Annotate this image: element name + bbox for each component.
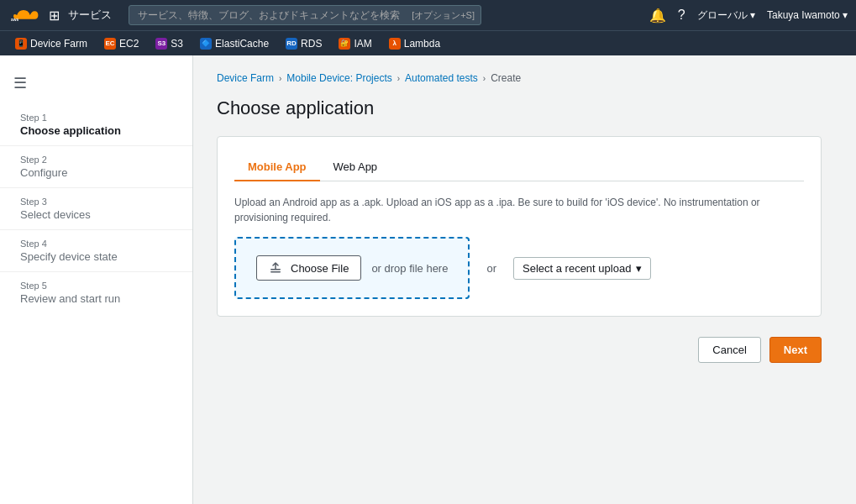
recent-upload-chevron-icon: ▾ (636, 262, 642, 275)
tab-web-app[interactable]: Web App (320, 154, 391, 181)
service-elasticache[interactable]: 🔷 ElastiCache (193, 36, 276, 51)
step3-title: Select devices (20, 208, 179, 221)
service-iam[interactable]: 🔐 IAM (332, 36, 378, 51)
service-rds[interactable]: RD RDS (279, 36, 328, 51)
step2-title: Configure (20, 166, 179, 179)
top-navigation: aws ⊞ サービス [オプション+S] 🔔 ? グローバル ▾ Takuya … (0, 0, 856, 30)
breadcrumb-sep-1: › (279, 74, 281, 83)
sidebar-steps: Step 1 Choose application Step 2 Configu… (0, 104, 192, 313)
search-bar[interactable]: [オプション+S] (129, 5, 481, 25)
step3-label: Step 3 (20, 197, 179, 207)
recent-upload-label: Select a recent upload (523, 262, 631, 275)
upload-info-text: Upload an Android app as a .apk. Upload … (234, 195, 804, 225)
breadcrumb-projects[interactable]: Mobile Device: Projects (286, 72, 391, 84)
services-menu[interactable]: サービス (68, 8, 112, 23)
upload-card: Mobile App Web App Upload an Android app… (217, 136, 822, 317)
user-menu[interactable]: Takuya Iwamoto ▾ (767, 9, 848, 21)
sidebar-step-1[interactable]: Step 1 Choose application (0, 104, 192, 146)
app-type-tabs: Mobile App Web App (234, 154, 804, 181)
breadcrumb-device-farm[interactable]: Device Farm (217, 72, 274, 84)
rds-icon: RD (286, 38, 297, 50)
lambda-icon: λ (389, 38, 401, 50)
service-lambda[interactable]: λ Lambda (382, 36, 447, 51)
breadcrumb-automated-tests[interactable]: Automated tests (405, 72, 478, 84)
sidebar: ☰ Step 1 Choose application Step 2 Confi… (0, 55, 193, 504)
recent-upload-dropdown[interactable]: Select a recent upload ▾ (513, 257, 651, 280)
sidebar-step-3[interactable]: Step 3 Select devices (0, 188, 192, 230)
upload-icon (269, 261, 282, 275)
service-device-farm[interactable]: 📱 Device Farm (8, 36, 94, 51)
step4-title: Specify device state (20, 250, 179, 263)
choose-file-button[interactable]: Choose File (256, 255, 361, 281)
breadcrumb: Device Farm › Mobile Device: Projects › … (217, 72, 832, 84)
step1-label: Step 1 (20, 113, 179, 123)
sidebar-menu-icon[interactable]: ☰ (0, 69, 192, 97)
step1-title: Choose application (20, 124, 179, 137)
sidebar-step-5[interactable]: Step 5 Review and start run (0, 272, 192, 313)
region-selector[interactable]: グローバル ▾ (697, 8, 755, 23)
device-farm-icon: 📱 (15, 38, 27, 50)
step5-title: Review and start run (20, 292, 179, 305)
svg-rect-3 (270, 271, 281, 273)
page-title: Choose application (217, 97, 832, 119)
breadcrumb-current: Create (491, 72, 521, 84)
service-ec2[interactable]: EC EC2 (97, 36, 145, 51)
sidebar-step-4[interactable]: Step 4 Specify device state (0, 230, 192, 272)
or-separator: or (486, 262, 496, 275)
notifications-icon[interactable]: 🔔 (649, 8, 666, 24)
ec2-icon: EC (104, 38, 116, 50)
nav-right-actions: 🔔 ? グローバル ▾ Takuya Iwamoto ▾ (649, 8, 848, 24)
choose-file-label: Choose File (291, 262, 349, 275)
next-button[interactable]: Next (769, 337, 822, 363)
step2-label: Step 2 (20, 155, 179, 165)
cancel-button[interactable]: Cancel (698, 337, 760, 363)
elasticache-icon: 🔷 (200, 38, 212, 50)
sidebar-step-2[interactable]: Step 2 Configure (0, 146, 192, 188)
main-content: Device Farm › Mobile Device: Projects › … (193, 55, 856, 504)
help-icon[interactable]: ? (678, 8, 685, 23)
action-bar: Cancel Next (217, 337, 822, 363)
iam-icon: 🔐 (339, 38, 350, 50)
service-bar: 📱 Device Farm EC EC2 S3 S3 🔷 ElastiCache… (0, 30, 856, 55)
step5-label: Step 5 (20, 281, 179, 291)
upload-row: Choose File or drop file here or Select … (234, 237, 804, 299)
service-s3[interactable]: S3 S3 (149, 36, 190, 51)
breadcrumb-sep-3: › (483, 74, 486, 83)
search-shortcut: [オプション+S] (412, 9, 475, 22)
rds-label: RDS (301, 38, 322, 50)
drop-zone[interactable]: Choose File or drop file here (234, 237, 470, 299)
iam-label: IAM (354, 38, 371, 50)
svg-text:aws: aws (11, 18, 18, 22)
s3-label: S3 (171, 38, 183, 50)
elasticache-label: ElastiCache (215, 38, 269, 50)
tab-mobile-app[interactable]: Mobile App (234, 154, 320, 181)
drop-file-text: or drop file here (371, 262, 448, 275)
device-farm-label: Device Farm (30, 38, 87, 50)
main-layout: ☰ Step 1 Choose application Step 2 Confi… (0, 55, 856, 504)
step4-label: Step 4 (20, 239, 179, 249)
lambda-label: Lambda (404, 38, 440, 50)
ec2-label: EC2 (119, 38, 139, 50)
aws-logo: aws (8, 6, 39, 24)
grid-icon[interactable]: ⊞ (49, 8, 60, 24)
s3-icon: S3 (155, 38, 167, 50)
breadcrumb-sep-2: › (397, 74, 400, 83)
